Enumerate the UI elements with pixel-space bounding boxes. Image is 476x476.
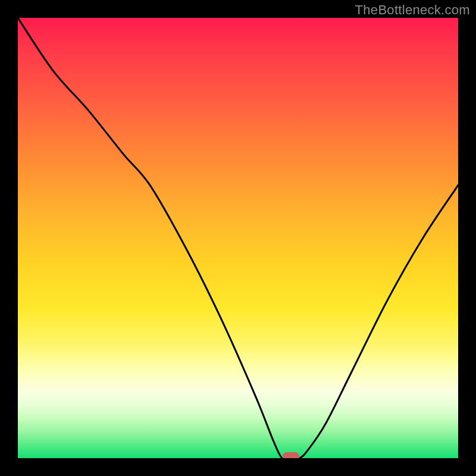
chart-frame: TheBottleneck.com bbox=[0, 0, 476, 476]
optimal-point-marker bbox=[283, 452, 299, 458]
bottleneck-curve bbox=[18, 18, 458, 458]
curve-path bbox=[18, 18, 458, 458]
watermark-text: TheBottleneck.com bbox=[355, 2, 470, 18]
plot-area bbox=[18, 18, 458, 458]
